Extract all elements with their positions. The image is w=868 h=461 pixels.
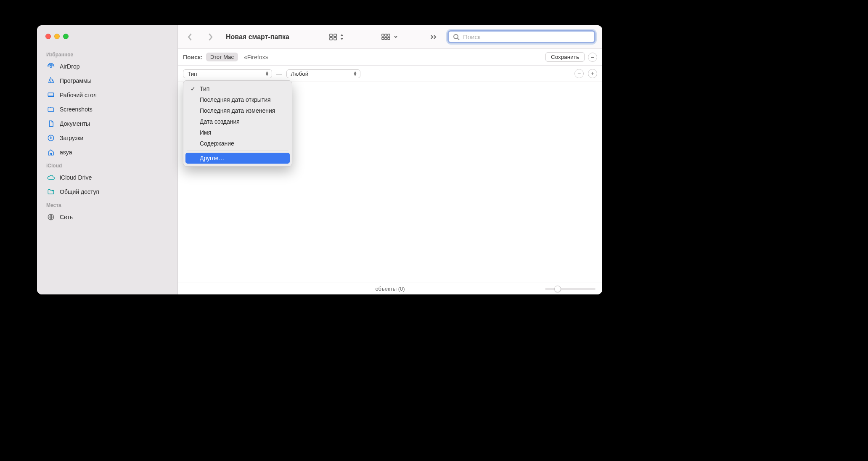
sidebar-item-applications[interactable]: Программы <box>40 74 174 88</box>
close-window-button[interactable] <box>45 34 51 39</box>
menu-item-contents[interactable]: Содержание <box>185 138 290 149</box>
criteria-value-select[interactable]: Любой ▲▼ <box>286 69 360 78</box>
sidebar-item-desktop[interactable]: Рабочий стол <box>40 88 174 102</box>
criteria-attribute-label: Тип <box>188 71 197 77</box>
main-area: Новая смарт-папка Поиск: Этот Mac «Fi <box>178 25 602 294</box>
status-text: объекты (0) <box>375 286 405 292</box>
svg-point-4 <box>52 190 53 191</box>
grid-icon <box>329 33 337 41</box>
sidebar-item-icloud-drive[interactable]: iCloud Drive <box>40 170 174 185</box>
sidebar-item-shared[interactable]: Общий доступ <box>40 185 174 199</box>
criteria-separator: — <box>276 71 282 77</box>
search-input[interactable] <box>463 33 590 40</box>
sidebar-section-favorites-label: Избранное <box>37 48 177 59</box>
menu-item-created[interactable]: Дата создания <box>185 116 290 127</box>
svg-point-0 <box>50 66 52 68</box>
svg-rect-12 <box>388 34 390 36</box>
chevron-double-right-icon <box>430 34 437 40</box>
scope-current-folder[interactable]: «Firefox» <box>241 53 271 62</box>
back-button[interactable] <box>184 31 196 43</box>
cloud-icon <box>46 174 56 181</box>
sidebar-item-label: Рабочий стол <box>60 92 97 98</box>
sidebar-item-label: Программы <box>60 77 92 84</box>
home-icon <box>46 148 56 156</box>
updown-chevron-icon: ▲▼ <box>353 71 357 76</box>
sidebar-item-airdrop[interactable]: AirDrop <box>40 59 174 74</box>
remove-criteria-row-button[interactable]: − <box>574 69 584 78</box>
sidebar-section-icloud-label: iCloud <box>37 159 177 170</box>
search-field[interactable] <box>447 30 595 43</box>
criteria-attribute-select[interactable]: Тип ▲▼ <box>183 69 272 78</box>
sidebar-section-locations-label: Места <box>37 199 177 210</box>
group-icon <box>381 33 391 41</box>
svg-rect-14 <box>385 37 387 40</box>
svg-rect-8 <box>330 37 332 40</box>
svg-line-17 <box>458 38 459 40</box>
sidebar-item-label: Сеть <box>60 214 73 220</box>
svg-rect-7 <box>334 34 336 37</box>
scope-this-mac[interactable]: Этот Mac <box>206 53 238 61</box>
group-by-button[interactable] <box>378 32 400 42</box>
icon-size-slider[interactable] <box>545 288 595 290</box>
window-title: Новая смарт-папка <box>226 33 289 41</box>
sidebar-item-documents[interactable]: Документы <box>40 117 174 131</box>
search-icon <box>453 34 460 40</box>
menu-item-last-opened[interactable]: Последняя дата открытия <box>185 94 290 105</box>
svg-point-16 <box>454 34 458 39</box>
forward-button[interactable] <box>204 31 217 43</box>
status-bar: объекты (0) <box>178 283 602 294</box>
add-criteria-row-button[interactable]: + <box>588 69 597 78</box>
criteria-attribute-menu: ✓Тип Последняя дата открытия Последняя д… <box>183 80 292 167</box>
sidebar-item-label: asya <box>60 149 72 156</box>
svg-rect-6 <box>330 34 332 37</box>
remove-criteria-button[interactable]: − <box>588 53 597 62</box>
sidebar-item-network[interactable]: Сеть <box>40 210 174 224</box>
criteria-row: Тип ▲▼ ✓Тип Последняя дата открытия Посл… <box>178 66 602 82</box>
updown-chevron-icon <box>340 34 344 40</box>
sidebar-item-screenshots[interactable]: Screenshots <box>40 102 174 117</box>
applications-icon <box>46 77 56 85</box>
sidebar-item-label: Общий доступ <box>60 188 99 195</box>
svg-rect-9 <box>334 37 336 40</box>
menu-item-other[interactable]: Другое… <box>185 153 290 164</box>
svg-rect-11 <box>385 34 387 36</box>
window-controls <box>37 34 177 39</box>
slider-thumb[interactable] <box>554 286 561 292</box>
network-icon <box>46 213 56 221</box>
slider-track <box>545 288 595 290</box>
save-search-button[interactable]: Сохранить <box>545 52 585 62</box>
menu-item-type[interactable]: ✓Тип <box>185 83 290 94</box>
updown-chevron-icon: ▲▼ <box>265 71 269 76</box>
toolbar: Новая смарт-папка <box>178 25 602 49</box>
chevron-down-icon <box>394 35 398 39</box>
sidebar-item-label: Документы <box>60 120 90 127</box>
search-scope-bar: Поиск: Этот Mac «Firefox» Сохранить − <box>178 49 602 66</box>
scope-label: Поиск: <box>183 54 203 61</box>
view-as-icons-button[interactable] <box>326 32 347 42</box>
svg-rect-10 <box>382 34 384 36</box>
sidebar-item-label: AirDrop <box>60 63 79 70</box>
shared-folder-icon <box>46 188 56 196</box>
desktop-icon <box>46 91 56 99</box>
finder-window: Избранное AirDrop Программы Рабочий стол… <box>37 25 602 294</box>
criteria-value-label: Любой <box>291 71 309 77</box>
downloads-icon <box>46 134 56 142</box>
svg-rect-13 <box>382 37 384 40</box>
sidebar-item-label: Загрузки <box>60 135 83 141</box>
airdrop-icon <box>46 63 56 70</box>
svg-rect-15 <box>388 37 390 40</box>
sidebar: Избранное AirDrop Программы Рабочий стол… <box>37 25 178 294</box>
sidebar-item-label: iCloud Drive <box>60 174 92 181</box>
sidebar-item-downloads[interactable]: Загрузки <box>40 131 174 145</box>
sidebar-item-home[interactable]: asya <box>40 145 174 159</box>
document-icon <box>46 120 56 127</box>
minimize-window-button[interactable] <box>54 34 60 39</box>
menu-item-last-modified[interactable]: Последняя дата изменения <box>185 105 290 116</box>
zoom-window-button[interactable] <box>63 34 69 39</box>
toolbar-overflow-button[interactable] <box>427 32 440 42</box>
folder-icon <box>46 106 56 113</box>
checkmark-icon: ✓ <box>191 85 196 92</box>
sidebar-item-label: Screenshots <box>60 106 93 113</box>
menu-item-name[interactable]: Имя <box>185 127 290 138</box>
